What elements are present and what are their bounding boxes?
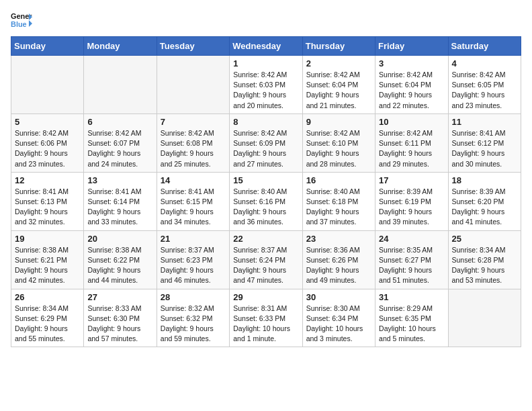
calendar-cell: 29Sunrise: 8:31 AM Sunset: 6:33 PM Dayli…: [230, 289, 302, 347]
calendar-cell: 13Sunrise: 8:41 AM Sunset: 6:14 PM Dayli…: [84, 172, 157, 230]
day-number: 14: [161, 175, 226, 185]
calendar-cell: 7Sunrise: 8:42 AM Sunset: 6:08 PM Daylig…: [157, 113, 229, 172]
day-info: Sunrise: 8:41 AM Sunset: 6:14 PM Dayligh…: [87, 187, 152, 228]
day-number: 2: [306, 58, 371, 68]
day-number: 22: [233, 234, 298, 244]
day-info: Sunrise: 8:42 AM Sunset: 6:03 PM Dayligh…: [233, 70, 298, 111]
calendar-week-row: 12Sunrise: 8:41 AM Sunset: 6:13 PM Dayli…: [11, 172, 521, 230]
weekday-header: Saturday: [448, 37, 521, 56]
calendar-cell: 24Sunrise: 8:35 AM Sunset: 6:27 PM Dayli…: [375, 230, 448, 289]
day-info: Sunrise: 8:42 AM Sunset: 6:06 PM Dayligh…: [15, 128, 80, 169]
day-number: 23: [306, 234, 371, 244]
day-info: Sunrise: 8:42 AM Sunset: 6:05 PM Dayligh…: [452, 70, 517, 111]
day-number: 20: [87, 234, 152, 244]
day-info: Sunrise: 8:41 AM Sunset: 6:12 PM Dayligh…: [452, 128, 517, 169]
day-number: 4: [452, 58, 517, 68]
weekday-header: Sunday: [11, 37, 84, 56]
svg-text:Blue: Blue: [11, 20, 27, 28]
day-info: Sunrise: 8:42 AM Sunset: 6:09 PM Dayligh…: [233, 128, 298, 169]
calendar-cell: [11, 56, 84, 114]
day-number: 9: [306, 117, 371, 127]
calendar-cell: 21Sunrise: 8:37 AM Sunset: 6:23 PM Dayli…: [157, 230, 229, 289]
weekday-header: Thursday: [302, 37, 375, 56]
calendar-cell: 1Sunrise: 8:42 AM Sunset: 6:03 PM Daylig…: [230, 56, 302, 114]
day-info: Sunrise: 8:37 AM Sunset: 6:24 PM Dayligh…: [233, 245, 298, 286]
day-number: 19: [15, 234, 80, 244]
logo: General Blue: [11, 11, 32, 30]
day-number: 16: [306, 175, 371, 185]
calendar-cell: 10Sunrise: 8:42 AM Sunset: 6:11 PM Dayli…: [375, 113, 448, 172]
calendar-cell: 18Sunrise: 8:39 AM Sunset: 6:20 PM Dayli…: [448, 172, 521, 230]
calendar-cell: 2Sunrise: 8:42 AM Sunset: 6:04 PM Daylig…: [302, 56, 375, 114]
day-number: 5: [15, 117, 80, 127]
calendar-cell: 28Sunrise: 8:32 AM Sunset: 6:32 PM Dayli…: [157, 289, 229, 347]
day-number: 30: [306, 292, 371, 302]
calendar-week-row: 1Sunrise: 8:42 AM Sunset: 6:03 PM Daylig…: [11, 56, 521, 114]
calendar-cell: 16Sunrise: 8:40 AM Sunset: 6:18 PM Dayli…: [302, 172, 375, 230]
weekday-header: Wednesday: [230, 37, 302, 56]
day-info: Sunrise: 8:37 AM Sunset: 6:23 PM Dayligh…: [161, 245, 226, 286]
day-info: Sunrise: 8:39 AM Sunset: 6:19 PM Dayligh…: [379, 187, 444, 228]
calendar-cell: 11Sunrise: 8:41 AM Sunset: 6:12 PM Dayli…: [448, 113, 521, 172]
weekday-header-row: SundayMondayTuesdayWednesdayThursdayFrid…: [11, 37, 521, 56]
calendar-cell: [448, 289, 521, 347]
calendar-body: 1Sunrise: 8:42 AM Sunset: 6:03 PM Daylig…: [11, 56, 521, 347]
calendar-week-row: 19Sunrise: 8:38 AM Sunset: 6:21 PM Dayli…: [11, 230, 521, 289]
weekday-header: Monday: [84, 37, 157, 56]
calendar-cell: 4Sunrise: 8:42 AM Sunset: 6:05 PM Daylig…: [448, 56, 521, 114]
day-number: 21: [161, 234, 226, 244]
calendar-cell: 22Sunrise: 8:37 AM Sunset: 6:24 PM Dayli…: [230, 230, 302, 289]
calendar-cell: [84, 56, 157, 114]
calendar-cell: 9Sunrise: 8:42 AM Sunset: 6:10 PM Daylig…: [302, 113, 375, 172]
day-info: Sunrise: 8:41 AM Sunset: 6:13 PM Dayligh…: [15, 187, 80, 228]
day-number: 24: [379, 234, 444, 244]
calendar-week-row: 5Sunrise: 8:42 AM Sunset: 6:06 PM Daylig…: [11, 113, 521, 172]
day-number: 1: [233, 58, 298, 68]
day-number: 27: [87, 292, 152, 302]
day-number: 11: [452, 117, 517, 127]
day-number: 17: [379, 175, 444, 185]
day-info: Sunrise: 8:42 AM Sunset: 6:04 PM Dayligh…: [379, 70, 444, 111]
calendar-cell: 19Sunrise: 8:38 AM Sunset: 6:21 PM Dayli…: [11, 230, 84, 289]
day-info: Sunrise: 8:29 AM Sunset: 6:35 PM Dayligh…: [379, 304, 444, 345]
day-info: Sunrise: 8:36 AM Sunset: 6:26 PM Dayligh…: [306, 245, 371, 286]
day-info: Sunrise: 8:38 AM Sunset: 6:21 PM Dayligh…: [15, 245, 80, 286]
page-header: General Blue: [11, 11, 521, 30]
day-info: Sunrise: 8:40 AM Sunset: 6:18 PM Dayligh…: [306, 187, 371, 228]
calendar-cell: 23Sunrise: 8:36 AM Sunset: 6:26 PM Dayli…: [302, 230, 375, 289]
day-info: Sunrise: 8:42 AM Sunset: 6:08 PM Dayligh…: [161, 128, 226, 169]
calendar-cell: 6Sunrise: 8:42 AM Sunset: 6:07 PM Daylig…: [84, 113, 157, 172]
day-number: 3: [379, 58, 444, 68]
day-info: Sunrise: 8:42 AM Sunset: 6:11 PM Dayligh…: [379, 128, 444, 169]
calendar-cell: 17Sunrise: 8:39 AM Sunset: 6:19 PM Dayli…: [375, 172, 448, 230]
calendar-week-row: 26Sunrise: 8:34 AM Sunset: 6:29 PM Dayli…: [11, 289, 521, 347]
calendar-cell: 5Sunrise: 8:42 AM Sunset: 6:06 PM Daylig…: [11, 113, 84, 172]
weekday-header: Friday: [375, 37, 448, 56]
calendar-cell: 8Sunrise: 8:42 AM Sunset: 6:09 PM Daylig…: [230, 113, 302, 172]
day-number: 29: [233, 292, 298, 302]
calendar-cell: [157, 56, 229, 114]
day-info: Sunrise: 8:34 AM Sunset: 6:28 PM Dayligh…: [452, 245, 517, 286]
weekday-header: Tuesday: [157, 37, 229, 56]
day-info: Sunrise: 8:42 AM Sunset: 6:07 PM Dayligh…: [87, 128, 152, 169]
calendar-cell: 27Sunrise: 8:33 AM Sunset: 6:30 PM Dayli…: [84, 289, 157, 347]
day-info: Sunrise: 8:40 AM Sunset: 6:16 PM Dayligh…: [233, 187, 298, 228]
day-number: 13: [87, 175, 152, 185]
day-info: Sunrise: 8:33 AM Sunset: 6:30 PM Dayligh…: [87, 304, 152, 345]
calendar-cell: 14Sunrise: 8:41 AM Sunset: 6:15 PM Dayli…: [157, 172, 229, 230]
day-number: 28: [161, 292, 226, 302]
calendar-cell: 3Sunrise: 8:42 AM Sunset: 6:04 PM Daylig…: [375, 56, 448, 114]
day-info: Sunrise: 8:30 AM Sunset: 6:34 PM Dayligh…: [306, 304, 371, 345]
day-info: Sunrise: 8:39 AM Sunset: 6:20 PM Dayligh…: [452, 187, 517, 228]
logo-icon: General Blue: [11, 11, 32, 30]
day-info: Sunrise: 8:35 AM Sunset: 6:27 PM Dayligh…: [379, 245, 444, 286]
day-number: 26: [15, 292, 80, 302]
day-number: 25: [452, 234, 517, 244]
day-number: 7: [161, 117, 226, 127]
day-number: 12: [15, 175, 80, 185]
day-number: 18: [452, 175, 517, 185]
calendar-cell: 15Sunrise: 8:40 AM Sunset: 6:16 PM Dayli…: [230, 172, 302, 230]
calendar-cell: 20Sunrise: 8:38 AM Sunset: 6:22 PM Dayli…: [84, 230, 157, 289]
day-number: 31: [379, 292, 444, 302]
calendar-cell: 30Sunrise: 8:30 AM Sunset: 6:34 PM Dayli…: [302, 289, 375, 347]
